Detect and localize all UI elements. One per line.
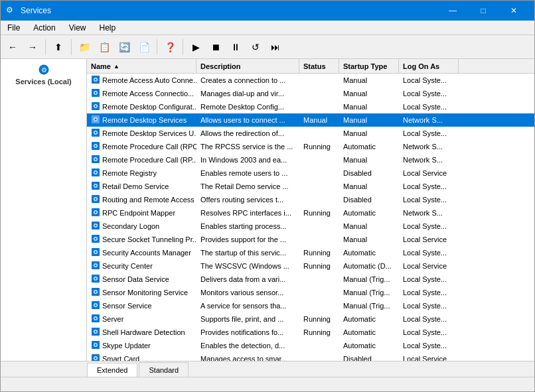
play-button[interactable]: ▶ xyxy=(187,38,205,56)
table-row[interactable]: Routing and Remote Access Offers routing… xyxy=(87,193,534,206)
cell-name: Security Center xyxy=(87,259,196,273)
table-row[interactable]: Smart Card Manages access to smar... Dis… xyxy=(87,352,534,361)
menu-help[interactable]: Help xyxy=(93,21,123,34)
cell-name: Remote Access Connectio... xyxy=(87,87,196,100)
service-icon xyxy=(91,141,100,152)
cell-status: Running xyxy=(299,206,339,220)
table-row[interactable]: Secure Socket Tunneling Pr... Provides s… xyxy=(87,233,534,246)
table-row[interactable]: Secondary Logon Enables starting process… xyxy=(87,220,534,233)
svg-point-52 xyxy=(95,291,97,293)
cell-startup-type: Manual xyxy=(339,153,399,166)
table-row[interactable]: Remote Registry Enables remote users to … xyxy=(87,166,534,180)
service-icon xyxy=(91,300,100,311)
tab-extended[interactable]: Extended xyxy=(87,363,137,377)
col-header-name[interactable]: Name ▲ xyxy=(87,59,196,73)
table-row[interactable]: Shell Hardware Detection Provides notifi… xyxy=(87,326,534,339)
cell-log-on-as: Local Service xyxy=(399,352,459,361)
table-row[interactable]: Security Accounts Manager The startup of… xyxy=(87,246,534,259)
main-area: ⚙ Services (Local) Name ▲ Description St… xyxy=(1,59,534,361)
cell-status: Running xyxy=(299,246,339,259)
table-row[interactable]: Remote Desktop Services U... Allows the … xyxy=(87,127,534,140)
cell-name: RPC Endpoint Mapper xyxy=(87,206,196,220)
cell-log-on-as: Local Service xyxy=(399,166,459,180)
table-row[interactable]: Remote Access Auto Conne... Creates a co… xyxy=(87,74,534,87)
cell-name: Sensor Monitoring Service xyxy=(87,286,196,299)
forward-button[interactable]: → xyxy=(23,38,42,56)
table-row[interactable]: Server Supports file, print, and ... Run… xyxy=(87,312,534,326)
table-row[interactable]: Remote Desktop Services Allows users to … xyxy=(87,113,534,127)
up-button[interactable]: ⬆ xyxy=(49,38,68,56)
refresh-button[interactable]: 🔄 xyxy=(115,38,133,56)
table-row[interactable]: Remote Access Connectio... Manages dial-… xyxy=(87,87,534,100)
tab-standard[interactable]: Standard xyxy=(139,362,189,377)
cell-description: Allows the redirection of... xyxy=(196,127,299,140)
pause-button[interactable]: ⏸ xyxy=(226,38,245,56)
col-header-description[interactable]: Description xyxy=(196,59,299,73)
cell-name: Remote Registry xyxy=(87,166,196,180)
cell-startup-type: Automatic xyxy=(339,246,399,259)
toolbar-sep-3 xyxy=(157,39,157,55)
status-bar xyxy=(1,377,534,391)
cell-startup-type: Manual xyxy=(339,180,399,193)
menu-view[interactable]: View xyxy=(62,21,93,34)
stop-button[interactable]: ⏹ xyxy=(206,38,225,56)
restart-button[interactable]: ↺ xyxy=(246,38,265,56)
table-row[interactable]: Remote Desktop Configurat... Remote Desk… xyxy=(87,100,534,113)
properties-button[interactable]: 📋 xyxy=(95,38,114,56)
svg-point-43 xyxy=(95,251,97,253)
cell-name: Shell Hardware Detection xyxy=(87,326,196,339)
col-header-log-on-as[interactable]: Log On As xyxy=(399,59,459,73)
cell-name: Remote Desktop Configurat... xyxy=(87,100,196,113)
svg-point-34 xyxy=(95,212,97,214)
cell-name: Secure Socket Tunneling Pr... xyxy=(87,233,196,246)
cell-status xyxy=(299,127,339,140)
svg-text:⚙: ⚙ xyxy=(40,66,46,74)
service-icon xyxy=(91,287,100,298)
back-button[interactable]: ← xyxy=(3,38,22,56)
cell-description: Manages dial-up and vir... xyxy=(196,87,299,100)
toolbar: ← → ⬆ 📁 📋 🔄 📄 ❓ ▶ ⏹ ⏸ ↺ ⏭ xyxy=(1,35,534,59)
table-row[interactable]: Security Center The WSCSVC (Windows ... … xyxy=(87,259,534,273)
table-row[interactable]: RPC Endpoint Mapper Resolves RPC interfa… xyxy=(87,206,534,220)
cell-description: Supports file, print, and ... xyxy=(196,312,299,326)
minimize-button[interactable]: — xyxy=(437,1,468,21)
cell-description: Provides notifications fo... xyxy=(196,326,299,339)
col-header-startup-type[interactable]: Startup Type xyxy=(339,59,399,73)
col-header-status[interactable]: Status xyxy=(299,59,339,73)
cell-description: The RPCSS service is the ... xyxy=(196,140,299,153)
svg-point-31 xyxy=(95,198,97,200)
help-button[interactable]: ❓ xyxy=(161,38,179,56)
cell-description: Delivers data from a vari... xyxy=(196,273,299,286)
services-list[interactable]: Remote Access Auto Conne... Creates a co… xyxy=(87,74,534,361)
export-button[interactable]: 📄 xyxy=(135,38,153,56)
table-row[interactable]: Sensor Data Service Delivers data from a… xyxy=(87,273,534,286)
cell-log-on-as: Local Syste... xyxy=(399,273,459,286)
table-row[interactable]: Remote Procedure Call (RP... In Windows … xyxy=(87,153,534,166)
cell-log-on-as: Local Syste... xyxy=(399,220,459,233)
maximize-button[interactable]: □ xyxy=(468,1,498,21)
cell-description: In Windows 2003 and ea... xyxy=(196,153,299,166)
table-row[interactable]: Remote Procedure Call (RPC) The RPCSS se… xyxy=(87,140,534,153)
cell-description: Monitors various sensor... xyxy=(196,286,299,299)
table-row[interactable]: Sensor Monitoring Service Monitors vario… xyxy=(87,286,534,299)
svg-point-58 xyxy=(95,318,97,320)
service-icon xyxy=(91,88,100,99)
table-row[interactable]: Sensor Service A service for sensors tha… xyxy=(87,299,534,312)
skip-button[interactable]: ⏭ xyxy=(266,38,285,56)
cell-startup-type: Manual xyxy=(339,233,399,246)
svg-point-4 xyxy=(95,79,97,81)
close-button[interactable]: ✕ xyxy=(498,1,529,21)
cell-description: Allows users to connect ... xyxy=(196,113,299,127)
svg-point-55 xyxy=(95,304,97,306)
cell-log-on-as: Local Syste... xyxy=(399,180,459,193)
bottom-tabs: Extended Standard xyxy=(1,361,534,377)
menu-action[interactable]: Action xyxy=(27,21,62,34)
service-icon xyxy=(91,234,100,245)
cell-name: Remote Procedure Call (RP... xyxy=(87,153,196,166)
menu-file[interactable]: File xyxy=(1,21,27,34)
show-hide-button[interactable]: 📁 xyxy=(75,38,94,56)
table-row[interactable]: Skype Updater Enables the detection, d..… xyxy=(87,339,534,352)
table-row[interactable]: Retail Demo Service The Retail Demo serv… xyxy=(87,180,534,193)
cell-log-on-as: Network S... xyxy=(399,113,459,127)
svg-point-10 xyxy=(95,105,97,107)
